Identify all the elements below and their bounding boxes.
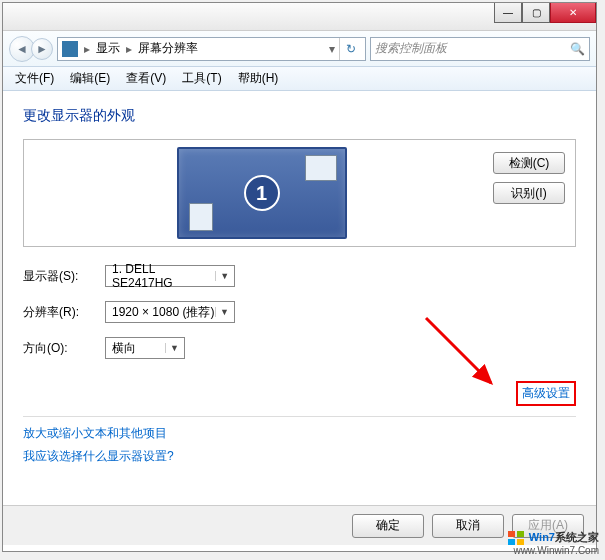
breadcrumb-item[interactable]: 显示 (96, 40, 120, 57)
monitor-thumbnail[interactable]: 1 (177, 147, 347, 239)
window-titlebar: — ▢ ✕ (3, 3, 596, 31)
monitor-preview[interactable]: 1 (32, 148, 491, 238)
ok-button[interactable]: 确定 (352, 514, 424, 538)
advanced-settings-link[interactable]: 高级设置 (516, 381, 576, 406)
mini-window-decor (305, 155, 337, 181)
menu-view[interactable]: 查看(V) (120, 68, 172, 89)
resolution-selected: 1920 × 1080 (推荐) (112, 304, 214, 321)
chevron-right-icon: ▸ (124, 42, 134, 56)
orientation-dropdown[interactable]: 横向 ▼ (105, 337, 185, 359)
refresh-button[interactable]: ↻ (339, 38, 361, 60)
text-size-link[interactable]: 放大或缩小文本和其他项目 (23, 425, 576, 442)
display-settings-window: — ▢ ✕ ◄ ► ▸ 显示 ▸ 屏幕分辨率 ▾ ↻ 搜索控制面板 🔍 文件(F… (2, 2, 597, 552)
nav-forward-button[interactable]: ► (31, 38, 53, 60)
close-button[interactable]: ✕ (550, 3, 596, 23)
menu-file[interactable]: 文件(F) (9, 68, 60, 89)
identify-button[interactable]: 识别(I) (493, 182, 565, 204)
orientation-label: 方向(O): (23, 340, 105, 357)
breadcrumb-dropdown-icon[interactable]: ▾ (329, 42, 335, 56)
display-preview-panel: 1 检测(C) 识别(I) (23, 139, 576, 247)
monitor-number-badge: 1 (244, 175, 280, 211)
chevron-down-icon: ▼ (165, 343, 180, 353)
search-placeholder: 搜索控制面板 (375, 40, 447, 57)
control-panel-icon (62, 41, 78, 57)
resolution-label: 分辨率(R): (23, 304, 105, 321)
which-settings-link[interactable]: 我应该选择什么显示器设置? (23, 448, 576, 465)
page-heading: 更改显示器的外观 (23, 107, 576, 125)
chevron-down-icon: ▼ (215, 307, 230, 317)
cancel-button[interactable]: 取消 (432, 514, 504, 538)
display-label: 显示器(S): (23, 268, 105, 285)
display-dropdown[interactable]: 1. DELL SE2417HG ▼ (105, 265, 235, 287)
search-input[interactable]: 搜索控制面板 🔍 (370, 37, 590, 61)
orientation-selected: 横向 (112, 340, 136, 357)
menu-edit[interactable]: 编辑(E) (64, 68, 116, 89)
breadcrumb-item[interactable]: 屏幕分辨率 (138, 40, 198, 57)
menu-bar: 文件(F) 编辑(E) 查看(V) 工具(T) 帮助(H) (3, 67, 596, 91)
chevron-down-icon: ▼ (215, 271, 230, 281)
chevron-right-icon: ▸ (82, 42, 92, 56)
display-selected: 1. DELL SE2417HG (112, 262, 215, 290)
maximize-button[interactable]: ▢ (522, 3, 550, 23)
mini-taskbar-decor (189, 203, 213, 231)
breadcrumb-bar[interactable]: ▸ 显示 ▸ 屏幕分辨率 ▾ ↻ (57, 37, 366, 61)
address-toolbar: ◄ ► ▸ 显示 ▸ 屏幕分辨率 ▾ ↻ 搜索控制面板 🔍 (3, 31, 596, 67)
minimize-button[interactable]: — (494, 3, 522, 23)
detect-button[interactable]: 检测(C) (493, 152, 565, 174)
resolution-dropdown[interactable]: 1920 × 1080 (推荐) ▼ (105, 301, 235, 323)
menu-tools[interactable]: 工具(T) (176, 68, 227, 89)
search-icon: 🔍 (570, 42, 585, 56)
windows-logo-icon (508, 531, 524, 545)
watermark-url: www.Winwin7.Com (508, 545, 599, 556)
content-area: 更改显示器的外观 1 检测(C) 识别(I) 显示器(S): 1. DELL S… (3, 91, 596, 479)
watermark: Win7系统之家 www.Winwin7.Com (508, 530, 599, 556)
menu-help[interactable]: 帮助(H) (232, 68, 285, 89)
divider (23, 416, 576, 417)
